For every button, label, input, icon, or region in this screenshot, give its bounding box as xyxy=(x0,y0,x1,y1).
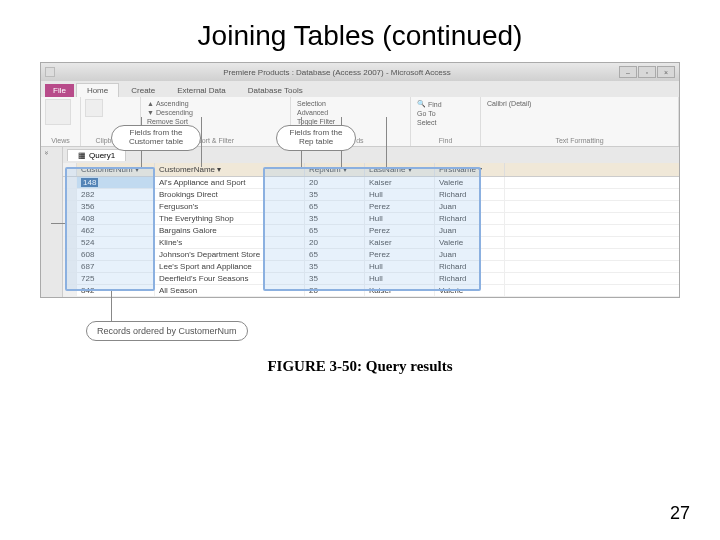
page-number: 27 xyxy=(670,503,690,524)
tab-external-data[interactable]: External Data xyxy=(167,84,235,97)
query-tab[interactable]: ▦ Query1 xyxy=(67,149,126,161)
callout-customer-fields: Fields from the Customer table xyxy=(111,125,201,151)
callout-rep-fields: Fields from the Rep table xyxy=(276,125,356,151)
select-button[interactable]: Select xyxy=(415,118,476,127)
ribbon-tab-row: File Home Create External Data Database … xyxy=(41,81,679,97)
maximize-button[interactable]: ▫ xyxy=(638,66,656,78)
close-button[interactable]: × xyxy=(657,66,675,78)
figure-caption: FIGURE 3-50: Query results xyxy=(0,358,720,375)
sort-desc-icon: ▼ xyxy=(147,109,154,116)
nav-pane-handle[interactable]: » xyxy=(41,147,52,159)
access-window: Premiere Products : Database (Access 200… xyxy=(40,62,680,298)
ascending-button[interactable]: ▲Ascending xyxy=(145,99,286,108)
font-selector[interactable]: Calibri (Detail) xyxy=(485,99,674,108)
callout-arrow xyxy=(51,223,65,224)
highlight-customer-columns xyxy=(65,167,155,291)
query-icon: ▦ xyxy=(78,151,86,160)
dropdown-icon: ▾ xyxy=(217,165,221,174)
callout-arrow xyxy=(386,117,387,167)
window-title: Premiere Products : Database (Access 200… xyxy=(55,68,619,77)
goto-button[interactable]: Go To xyxy=(415,109,476,118)
titlebar: Premiere Products : Database (Access 200… xyxy=(41,63,679,81)
selection-button[interactable]: Selection xyxy=(295,99,406,108)
query-tab-label: Query1 xyxy=(89,151,115,160)
callout-connector xyxy=(111,291,112,321)
group-text-formatting-label: Text Formatting xyxy=(485,137,674,144)
advanced-button[interactable]: Advanced xyxy=(295,108,406,117)
slide-title: Joining Tables (continued) xyxy=(0,0,720,62)
minimize-button[interactable]: – xyxy=(619,66,637,78)
tab-create[interactable]: Create xyxy=(121,84,165,97)
highlight-rep-columns xyxy=(263,167,481,291)
find-button[interactable]: 🔍Find xyxy=(415,99,476,109)
descending-button[interactable]: ▼Descending xyxy=(145,108,286,117)
group-views-label: Views xyxy=(45,137,76,144)
find-icon: 🔍 xyxy=(417,100,426,108)
tab-home[interactable]: Home xyxy=(76,83,119,97)
paste-button[interactable] xyxy=(85,99,103,117)
view-button[interactable] xyxy=(45,99,71,125)
callout-arrow xyxy=(201,117,202,167)
group-find-label: Find xyxy=(415,137,476,144)
sort-asc-icon: ▲ xyxy=(147,100,154,107)
file-tab[interactable]: File xyxy=(45,84,74,97)
navigation-pane[interactable]: » xyxy=(41,147,63,297)
callout-ordered-by: Records ordered by CustomerNum xyxy=(86,321,248,341)
ribbon: Views Clipboard ▲Ascending ▼Descending R… xyxy=(41,97,679,147)
tab-database-tools[interactable]: Database Tools xyxy=(238,84,313,97)
app-icon xyxy=(45,67,55,77)
